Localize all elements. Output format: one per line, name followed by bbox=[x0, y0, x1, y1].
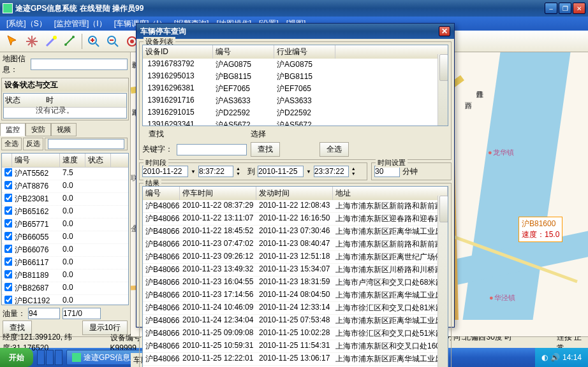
col-device-id[interactable]: 设备ID bbox=[143, 45, 213, 59]
window-title: 途迹GPS信息系统 在线登陆 操作员99 bbox=[15, 3, 545, 14]
table-row[interactable]: 沪B480662010-11-22 18:45:522010-11-23 07:… bbox=[143, 226, 448, 238]
svg-point-2 bbox=[72, 36, 75, 38]
table-row[interactable]: 13916295013沪BG8115沪BG8115 bbox=[143, 71, 448, 83]
vehicle-checkbox[interactable] bbox=[4, 181, 12, 189]
time-to-input[interactable] bbox=[314, 166, 349, 177]
dialog-title: 车辆停车查询 bbox=[140, 26, 186, 37]
quick-launch-icon[interactable] bbox=[55, 350, 62, 365]
parking-query-dialog: 车辆停车查询 ✕ 设备列表 设备ID 编号 行业编号 13916783792沪A… bbox=[136, 23, 455, 327]
vehicle-callout[interactable]: 沪B81600 速度：15.0 bbox=[518, 217, 562, 242]
table-row[interactable]: 沪B480662010-11-23 07:47:022010-11-23 08:… bbox=[143, 238, 448, 251]
map-info-label: 地图信息： bbox=[3, 54, 28, 75]
zoom-in-icon[interactable] bbox=[86, 34, 101, 49]
distance-icon[interactable] bbox=[62, 34, 78, 49]
pan-icon[interactable] bbox=[24, 34, 40, 49]
table-row[interactable]: 沪B480662010-11-22 08:37:292010-11-22 12:… bbox=[143, 200, 448, 213]
svg-point-0 bbox=[53, 36, 57, 40]
dialog-close-button[interactable]: ✕ bbox=[439, 26, 450, 36]
table-row[interactable]: 沪B480662010-11-25 09:09:082010-11-25 10:… bbox=[143, 327, 448, 340]
vehicle-checkbox[interactable] bbox=[4, 283, 12, 291]
tab-safety[interactable]: 安防 bbox=[26, 123, 51, 136]
maximize-button[interactable]: ❐ bbox=[559, 3, 571, 14]
table-row[interactable]: 13916293341沪AS5672沪AS5672 bbox=[143, 119, 448, 126]
svg-point-1 bbox=[64, 43, 67, 46]
table-row[interactable]: 13916783792沪AG0875沪AG0875 bbox=[143, 59, 448, 71]
time-from-input[interactable] bbox=[198, 166, 233, 177]
keyword-input[interactable] bbox=[177, 144, 247, 155]
tab-video[interactable]: 视频 bbox=[51, 123, 77, 136]
vehicle-checkbox[interactable] bbox=[4, 296, 12, 304]
table-row[interactable]: 13916296381沪EF7065沪EF7065 bbox=[143, 83, 448, 95]
fuel-input-2[interactable] bbox=[62, 308, 101, 319]
app-icon bbox=[3, 3, 13, 13]
list-item[interactable]: 沪AT55627.5 bbox=[2, 168, 128, 180]
fuel-label: 油量： bbox=[3, 308, 26, 319]
table-row[interactable]: 沪B480662010-11-23 09:26:122010-11-23 12:… bbox=[143, 251, 448, 264]
magic-icon[interactable] bbox=[43, 34, 59, 49]
list-item[interactable]: 沪B661170.0 bbox=[2, 257, 128, 270]
table-row[interactable]: 沪B480662010-11-25 10:59:312010-11-25 11:… bbox=[143, 340, 448, 353]
zoom-out-icon[interactable] bbox=[105, 34, 121, 49]
device-status-title: 设备状态与交互 bbox=[2, 78, 128, 92]
map-info-input[interactable] bbox=[31, 59, 128, 70]
col-speed[interactable]: 速度 bbox=[60, 154, 85, 167]
col-device-num[interactable]: 编号 bbox=[213, 45, 274, 59]
table-row[interactable]: 沪B480662010-11-24 10:46:092010-11-24 12:… bbox=[143, 302, 448, 315]
titlebar: 途迹GPS信息系统 在线登陆 操作员99 – ❐ ✕ bbox=[0, 0, 588, 17]
quick-launch-icon[interactable] bbox=[46, 350, 54, 365]
vehicle-checkbox[interactable] bbox=[4, 257, 12, 266]
col-plate[interactable]: 编号 bbox=[12, 154, 60, 167]
table-row[interactable]: 沪B480662010-11-25 12:22:012010-11-25 13:… bbox=[143, 353, 448, 366]
svg-point-6 bbox=[130, 40, 134, 43]
system-tray[interactable]: ◐🔊 14:14 bbox=[535, 348, 588, 367]
filter-input[interactable] bbox=[48, 139, 124, 149]
list-item[interactable]: 沪B811890.0 bbox=[2, 270, 128, 282]
vehicle-checkbox[interactable] bbox=[4, 232, 12, 240]
list-item[interactable]: 沪B651620.0 bbox=[2, 206, 128, 219]
vehicle-checkbox[interactable] bbox=[4, 168, 12, 176]
close-button[interactable]: ✕ bbox=[573, 3, 585, 14]
list-item[interactable]: 沪B826870.0 bbox=[2, 282, 128, 295]
dialog-search-button[interactable]: 查找 bbox=[251, 142, 280, 157]
list-item[interactable]: 沪B660550.0 bbox=[2, 231, 128, 244]
left-panel: 地图信息： 设备状态与交互 状态 时 没有记录。 监控 安防 视频 全选 反选 … bbox=[0, 52, 131, 336]
table-row[interactable]: 沪B480662010-11-23 16:04:552010-11-23 18:… bbox=[143, 277, 448, 289]
list-item[interactable]: 沪B657710.0 bbox=[2, 219, 128, 231]
no-record-text: 没有记录。 bbox=[36, 105, 74, 116]
vehicle-checkbox[interactable] bbox=[4, 194, 12, 202]
list-item[interactable]: 沪B660760.0 bbox=[2, 244, 128, 257]
menu-monitor[interactable]: [监控管理]（I） bbox=[50, 17, 110, 31]
list-item[interactable]: 沪B230810.0 bbox=[2, 193, 128, 206]
table-row[interactable]: 沪B480662010-11-22 13:11:072010-11-22 16:… bbox=[143, 213, 448, 226]
select-inverse-button[interactable]: 反选 bbox=[23, 138, 43, 150]
table-row[interactable]: 沪B480662010-11-23 13:49:322010-11-23 15:… bbox=[143, 264, 448, 277]
start-button[interactable]: 开始 bbox=[0, 348, 33, 367]
table-row[interactable]: 沪B480662010-11-24 12:34:042010-11-25 07:… bbox=[143, 315, 448, 327]
vehicle-checkbox[interactable] bbox=[4, 206, 12, 215]
col-status[interactable]: 状态 bbox=[85, 154, 111, 167]
vehicle-checkbox[interactable] bbox=[4, 245, 12, 253]
list-item[interactable]: 沪BC11920.0 bbox=[2, 295, 128, 305]
table-row[interactable]: 沪B480662010-11-23 17:14:562010-11-24 08:… bbox=[143, 289, 448, 302]
tab-monitor[interactable]: 监控 bbox=[0, 123, 26, 136]
list-item[interactable]: 沪AT88760.0 bbox=[2, 180, 128, 193]
date-to-input[interactable] bbox=[258, 166, 304, 177]
fuel-input-1[interactable] bbox=[28, 308, 60, 319]
dialog-select-all-button[interactable]: 全选 bbox=[320, 142, 349, 157]
select-all-button[interactable]: 全选 bbox=[1, 138, 22, 150]
vehicle-checkbox[interactable] bbox=[4, 219, 12, 227]
pointer-icon[interactable] bbox=[5, 34, 20, 49]
col-device-biz[interactable]: 行业编号 bbox=[274, 45, 335, 59]
minimize-button[interactable]: – bbox=[545, 3, 557, 14]
quick-launch-icon[interactable] bbox=[37, 350, 45, 365]
table-row[interactable]: 13916291716沪AS3633沪AS3633 bbox=[143, 95, 448, 107]
vehicle-checkbox[interactable] bbox=[4, 270, 12, 278]
menu-system[interactable]: [系统]（S） bbox=[3, 17, 50, 31]
table-row[interactable]: 13916291015沪D22592沪D22592 bbox=[143, 107, 448, 119]
